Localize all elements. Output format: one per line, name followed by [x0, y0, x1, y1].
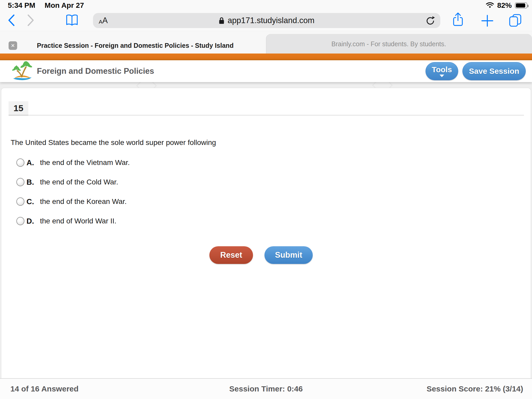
lock-icon	[219, 17, 224, 24]
session-footer: 14 of 16 Answered Session Timer: 0:46 Se…	[0, 378, 532, 399]
session-score: Session Score: 21% (3/14)	[427, 379, 523, 399]
answer-option-c[interactable]: C. the end of the Korean War.	[16, 196, 127, 207]
save-session-label: Save Session	[469, 67, 519, 76]
battery-percent: 82%	[497, 1, 512, 10]
save-session-button[interactable]: Save Session	[462, 62, 526, 80]
page-title: Foreign and Domestic Policies	[37, 60, 154, 82]
new-tab-button[interactable]	[481, 15, 494, 27]
tab-overview-button[interactable]	[509, 14, 522, 27]
url-display: app171.studyisland.com	[93, 13, 440, 28]
question-number: 15	[9, 101, 28, 116]
tab-active[interactable]: Practice Session - Foreign and Domestic …	[37, 41, 234, 50]
option-text: the end of the Cold War.	[40, 178, 118, 186]
tools-button-label: Tools	[432, 65, 452, 74]
reload-button[interactable]	[426, 16, 435, 27]
date: Mon Apr 27	[45, 1, 84, 10]
address-bar[interactable]: AA app171.studyisland.com	[93, 13, 440, 28]
question-divider	[9, 115, 524, 116]
wifi-icon	[486, 2, 494, 9]
option-letter: D.	[26, 217, 40, 225]
reset-button[interactable]: Reset	[209, 246, 253, 264]
answer-option-a[interactable]: A. the end of the Vietnam War.	[16, 157, 130, 168]
answer-option-d[interactable]: D. the end of World War II.	[16, 216, 116, 226]
tab-active-title: Practice Session - Foreign and Domestic …	[37, 42, 234, 49]
tools-button[interactable]: Tools	[425, 62, 458, 80]
status-bar-right: 82%	[486, 0, 527, 11]
radio-option-d[interactable]	[16, 217, 24, 225]
tab-inactive[interactable]: Brainly.com - For students. By students.	[266, 34, 532, 54]
option-letter: A.	[26, 158, 40, 167]
close-tab-button[interactable]: ✕	[9, 41, 17, 50]
tabs-icon	[509, 14, 522, 27]
url-text: app171.studyisland.com	[228, 16, 314, 25]
option-letter: B.	[26, 178, 40, 187]
battery-fill	[516, 3, 525, 8]
option-text: the end of the Korean War.	[40, 197, 127, 206]
plus-icon	[481, 15, 494, 27]
battery-tip	[527, 5, 529, 7]
site-header: Foreign and Domestic Policies Tools Save…	[0, 60, 532, 82]
share-icon	[452, 12, 464, 27]
answer-option-b[interactable]: B. the end of the Cold War.	[16, 177, 118, 187]
chevron-down-icon	[440, 75, 444, 77]
forward-button[interactable]	[27, 14, 34, 26]
back-chevron-icon	[8, 14, 15, 26]
option-text: the end of the Vietnam War.	[40, 158, 130, 167]
accent-bar	[0, 54, 532, 60]
study-island-logo	[12, 61, 33, 81]
radio-option-c[interactable]	[16, 197, 24, 206]
bookmarks-button[interactable]	[65, 14, 78, 27]
tab-bar: ✕ Practice Session - Foreign and Domesti…	[0, 31, 532, 54]
share-button[interactable]	[452, 12, 464, 27]
tab-inactive-title: Brainly.com - For students. By students.	[331, 40, 446, 48]
radio-option-a[interactable]	[16, 158, 24, 167]
question-card: 15 The United States became the sole wor…	[1, 88, 531, 378]
option-letter: C.	[26, 197, 40, 206]
status-bar-left: 5:34 PM Mon Apr 27	[8, 0, 84, 11]
clock: 5:34 PM	[8, 1, 35, 10]
close-icon: ✕	[11, 43, 15, 49]
forward-chevron-icon	[27, 14, 34, 26]
book-icon	[65, 14, 78, 27]
radio-option-b[interactable]	[16, 178, 24, 186]
battery-icon	[515, 2, 527, 9]
reload-icon	[426, 16, 435, 26]
back-button[interactable]	[8, 14, 15, 26]
submit-button[interactable]: Submit	[264, 246, 313, 264]
content-area: 15 The United States became the sole wor…	[0, 82, 532, 378]
option-text: the end of World War II.	[40, 217, 116, 225]
question-prompt: The United States became the sole world …	[11, 138, 216, 147]
